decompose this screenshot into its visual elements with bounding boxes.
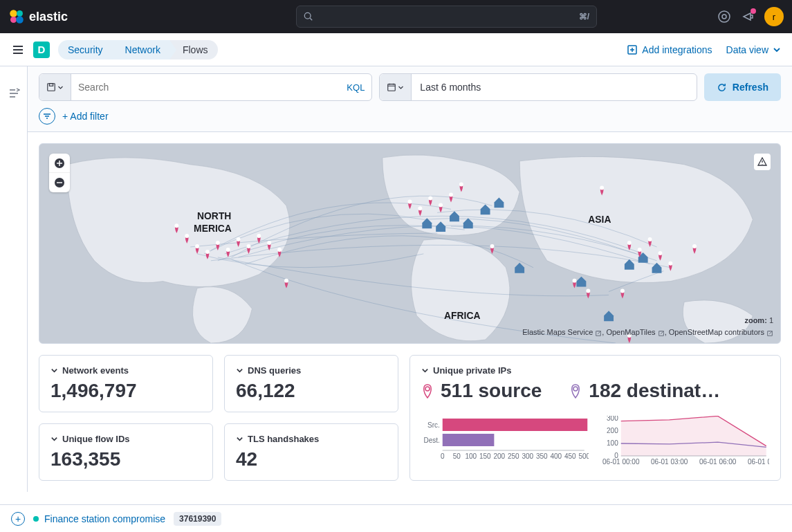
date-range-group: Last 6 months xyxy=(379,73,697,101)
map-warning-icon[interactable] xyxy=(754,154,771,170)
kql-search-input[interactable] xyxy=(71,82,340,93)
dns-queries-card: DNS queries 66,122 xyxy=(224,355,398,412)
svg-point-35 xyxy=(658,251,662,255)
refresh-icon xyxy=(717,82,727,93)
svg-rect-9 xyxy=(48,84,55,91)
svg-point-30 xyxy=(490,244,495,248)
svg-point-27 xyxy=(439,203,443,207)
svg-text:350: 350 xyxy=(536,452,548,460)
svg-rect-47 xyxy=(443,419,588,431)
svg-point-39 xyxy=(586,289,590,293)
breadcrumb-security[interactable]: Security xyxy=(58,40,113,59)
chevron-down-icon[interactable] xyxy=(236,367,243,374)
svg-point-25 xyxy=(418,206,422,210)
timeline-case[interactable]: Finance station compromise xyxy=(33,513,165,520)
svg-text:300: 300 xyxy=(607,416,618,422)
svg-point-21 xyxy=(267,241,271,245)
continent-label-na1: NORTH xyxy=(197,210,231,221)
map-attribution: zoom: 1 Elastic Maps Service , OpenMapTi… xyxy=(522,315,773,339)
notification-dot xyxy=(750,8,756,14)
calendar-icon xyxy=(387,82,396,92)
filter-options-button[interactable] xyxy=(39,108,55,125)
date-range-display[interactable]: Last 6 months xyxy=(412,82,697,93)
saved-query-button[interactable] xyxy=(39,74,71,100)
source-ips-value: 511 source xyxy=(441,380,542,402)
svg-rect-49 xyxy=(443,434,495,446)
svg-text:06-01 09:00: 06-01 09:00 xyxy=(748,458,769,466)
attrib-elastic[interactable]: Elastic Maps Service xyxy=(522,328,593,336)
svg-point-7 xyxy=(722,15,726,19)
news-icon[interactable] xyxy=(741,10,755,24)
chevron-down-icon[interactable] xyxy=(236,435,243,443)
svg-text:Src.: Src. xyxy=(427,421,440,429)
expand-rail-icon[interactable] xyxy=(8,87,20,100)
data-view-selector[interactable]: Data view xyxy=(726,44,781,55)
svg-point-33 xyxy=(638,248,642,252)
svg-point-31 xyxy=(600,186,604,190)
tls-handshakes-value: 42 xyxy=(236,448,387,470)
svg-point-26 xyxy=(428,196,432,200)
svg-rect-10 xyxy=(49,84,53,86)
dest-ips-value: 182 destinat… xyxy=(589,380,720,402)
date-picker-button[interactable] xyxy=(380,74,412,100)
case-name: Finance station compromise xyxy=(44,513,165,520)
svg-point-2 xyxy=(10,17,17,23)
unique-flow-ids-card: Unique flow IDs 163,355 xyxy=(39,423,213,481)
svg-point-29 xyxy=(459,183,463,187)
global-search-input[interactable]: ⌘/ xyxy=(296,6,597,28)
timeline-footer: + Finance station compromise 37619390 xyxy=(0,504,792,520)
help-icon[interactable] xyxy=(717,10,731,24)
elastic-logo-icon xyxy=(8,8,25,25)
kql-toggle[interactable]: KQL xyxy=(340,82,371,93)
add-integrations-link[interactable]: Add integrations xyxy=(627,44,712,55)
svg-line-5 xyxy=(310,18,312,20)
left-rail xyxy=(0,66,28,492)
svg-text:200: 200 xyxy=(493,452,505,460)
network-map[interactable]: NORTH MERICA AFRICA ASIA zoom: 1 Elastic… xyxy=(39,143,781,344)
disk-icon xyxy=(46,82,56,92)
svg-text:450: 450 xyxy=(564,452,576,460)
svg-point-22 xyxy=(277,248,282,252)
global-header: elastic ⌘/ r xyxy=(0,0,792,33)
continent-label-na2: MERICA xyxy=(194,223,232,234)
svg-point-1 xyxy=(17,10,23,17)
chevron-down-icon xyxy=(773,46,781,54)
svg-point-45 xyxy=(573,387,578,391)
svg-point-16 xyxy=(216,241,220,245)
space-selector[interactable]: D xyxy=(33,42,50,58)
svg-point-32 xyxy=(627,241,632,245)
breadcrumb-network[interactable]: Network xyxy=(113,40,170,59)
svg-text:250: 250 xyxy=(508,452,519,460)
svg-point-20 xyxy=(257,234,261,238)
filter-icon xyxy=(43,112,51,120)
chevron-down-icon[interactable] xyxy=(50,367,58,374)
svg-point-14 xyxy=(195,244,199,248)
zoom-in-button[interactable] xyxy=(49,154,70,173)
zoom-out-button[interactable] xyxy=(49,173,70,192)
user-avatar[interactable]: r xyxy=(764,7,784,26)
chevron-down-icon xyxy=(398,84,404,91)
chevron-down-icon[interactable] xyxy=(421,367,429,374)
continent-label-asia: ASIA xyxy=(588,214,611,225)
svg-point-40 xyxy=(620,289,625,293)
network-events-value: 1,496,797 xyxy=(50,380,201,402)
nav-menu-icon[interactable] xyxy=(11,43,25,57)
elastic-logo[interactable]: elastic xyxy=(8,8,68,25)
refresh-button[interactable]: Refresh xyxy=(704,73,781,101)
attrib-omt[interactable]: OpenMapTiles xyxy=(606,328,655,336)
svg-text:200: 200 xyxy=(607,427,618,434)
svg-text:100: 100 xyxy=(465,452,477,460)
attrib-osm[interactable]: OpenStreetMap contributors xyxy=(669,328,764,336)
external-link-icon xyxy=(595,330,602,337)
svg-point-0 xyxy=(10,10,17,17)
svg-point-34 xyxy=(648,237,652,241)
unique-flow-ids-value: 163,355 xyxy=(50,448,201,470)
chevron-down-icon[interactable] xyxy=(50,435,58,443)
add-timeline-button[interactable]: + xyxy=(11,512,25,520)
add-filter-button[interactable]: + Add filter xyxy=(62,111,109,122)
search-field-group: KQL xyxy=(39,73,372,101)
query-toolbar: KQL Last 6 months Refresh xyxy=(28,66,792,132)
source-pin-icon xyxy=(421,383,434,398)
chevron-down-icon xyxy=(57,84,64,91)
svg-point-37 xyxy=(692,244,697,248)
